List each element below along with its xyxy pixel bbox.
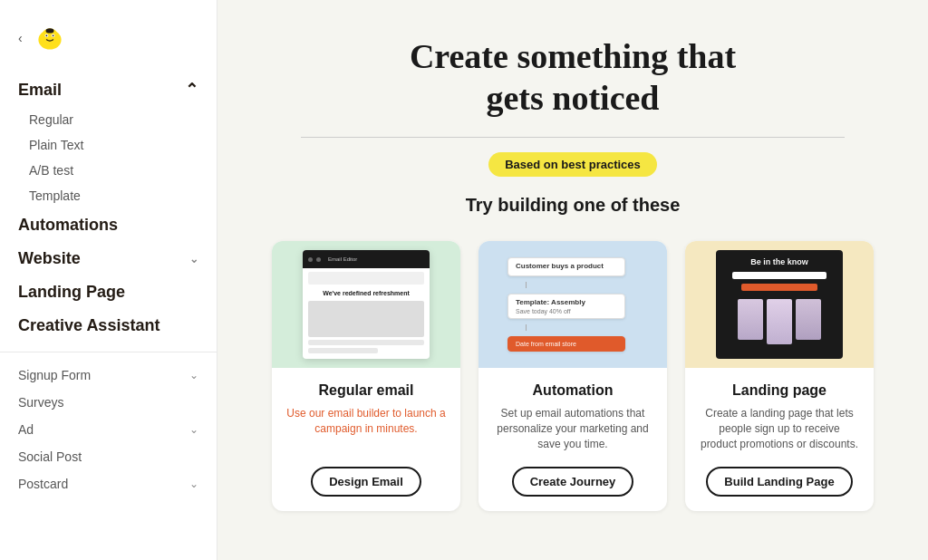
sidebar-item-creative-assistant[interactable]: Creative Assistant [0, 309, 217, 343]
auto-arrow-1 [526, 282, 527, 288]
auto-card-1-title: Customer buys a product [516, 262, 617, 270]
mockup-content: We've redefined refreshment [303, 288, 430, 359]
sidebar-item-postcard[interactable]: Postcard ⌄ [0, 470, 217, 497]
sidebar-item-template[interactable]: Template [0, 183, 217, 208]
sidebar-item-signup-form[interactable]: Signup Form ⌄ [0, 362, 217, 389]
sidebar-item-automations[interactable]: Automations [0, 208, 217, 242]
sidebar-item-ab-test[interactable]: A/B test [0, 158, 217, 183]
email-mockup: Email Editor We've redefined refreshment [303, 250, 430, 359]
signup-chevron-icon: ⌄ [189, 369, 198, 381]
sidebar-item-ad[interactable]: Ad ⌄ [0, 416, 217, 443]
mockup-tab: Email Editor [328, 256, 424, 262]
svg-rect-8 [45, 28, 53, 33]
logo-container: ‹ [0, 14, 217, 72]
regular-email-image: Email Editor We've redefined refreshment [272, 241, 460, 368]
automation-body: Automation Set up email automations that… [478, 368, 667, 510]
regular-email-description: Use our email builder to launch a campai… [286, 406, 446, 437]
design-email-button[interactable]: Design Email [311, 467, 421, 497]
mockup-text-1 [308, 340, 424, 345]
main-content: Create something thatgets noticed Based … [218, 0, 928, 560]
landing-page-image: Be in the know [685, 241, 874, 368]
regular-email-body: Regular email Use our email builder to l… [272, 368, 460, 510]
landing-page-title: Landing page [732, 382, 826, 399]
sidebar-item-social-post[interactable]: Social Post [0, 443, 217, 470]
sidebar-item-plain-text[interactable]: Plain Text [0, 132, 217, 158]
subtitle: Try building one of these [272, 195, 874, 216]
automation-card: Customer buys a product Template: Assemb… [478, 241, 667, 510]
create-journey-button[interactable]: Create Journey [512, 467, 634, 497]
cards-container: Email Editor We've redefined refreshment… [272, 241, 874, 510]
auto-card-2-body: Save today 40% off [516, 308, 617, 314]
svg-point-4 [45, 34, 47, 36]
landing-product-3 [796, 299, 821, 340]
sidebar-item-website[interactable]: Website ⌄ [0, 242, 217, 275]
back-button[interactable]: ‹ [18, 31, 23, 45]
svg-point-5 [52, 34, 53, 36]
sidebar-item-regular[interactable]: Regular [0, 107, 217, 132]
sidebar-item-surveys[interactable]: Surveys [0, 389, 217, 416]
landing-product-1 [738, 299, 763, 340]
mockup-header: Email Editor [303, 250, 430, 268]
landing-input-mock [732, 272, 826, 279]
automation-description: Set up email automations that personaliz… [493, 406, 652, 451]
landing-mockup-title: Be in the know [723, 257, 836, 266]
automation-image: Customer buys a product Template: Assemb… [478, 241, 667, 368]
auto-card-1: Customer buys a product [508, 257, 625, 276]
email-chevron-icon: ⌃ [185, 80, 198, 100]
auto-card-2-title: Template: Assembly [516, 298, 617, 306]
mockup-text-2 [308, 348, 378, 353]
content-divider [301, 137, 845, 138]
badge-container: Based on best practices [272, 152, 874, 177]
mockup-image-placeholder [308, 301, 424, 337]
best-practices-badge: Based on best practices [488, 152, 657, 177]
landing-page-card: Be in the know Landing page Create a lan… [685, 241, 874, 510]
landing-btn-mock [741, 284, 817, 291]
mockup-dot-2 [316, 257, 321, 262]
build-landing-page-button[interactable]: Build Landing Page [706, 467, 852, 497]
website-chevron-icon: ⌄ [189, 253, 198, 266]
auto-card-2: Template: Assembly Save today 40% off [508, 294, 625, 319]
mockup-headline: We've redefined refreshment [308, 288, 424, 298]
regular-email-title: Regular email [319, 382, 414, 399]
mailchimp-logo [34, 22, 66, 54]
landing-product-2 [767, 299, 792, 344]
sidebar-email-label: Email [18, 81, 62, 100]
landing-page-description: Create a landing page that lets people s… [700, 406, 859, 451]
mockup-dot-1 [308, 257, 313, 262]
sidebar: ‹ Email ⌃ Regular Plain Text A/B test Te… [0, 0, 218, 560]
auto-card-3: Date from email store [508, 336, 625, 352]
automation-title: Automation [533, 382, 614, 399]
page-title: Create something thatgets noticed [272, 36, 874, 119]
svg-point-6 [39, 34, 44, 41]
ad-chevron-icon: ⌄ [189, 423, 198, 436]
auto-card-3-body: Date from email store [516, 341, 617, 347]
landing-page-body: Landing page Create a landing page that … [685, 368, 874, 510]
landing-mockup: Be in the know [716, 250, 843, 359]
regular-email-card: Email Editor We've redefined refreshment… [272, 241, 460, 510]
sidebar-email-section[interactable]: Email ⌃ [0, 72, 217, 107]
postcard-chevron-icon: ⌄ [189, 478, 198, 490]
svg-point-7 [55, 34, 60, 41]
sidebar-email-subitems: Regular Plain Text A/B test Template [0, 107, 217, 208]
automation-mockup: Customer buys a product Template: Assemb… [500, 250, 645, 359]
mockup-title-bar [308, 272, 424, 285]
sidebar-divider [0, 352, 217, 352]
auto-arrow-2 [526, 324, 527, 331]
landing-products [723, 299, 836, 344]
sidebar-item-landing-page[interactable]: Landing Page [0, 275, 217, 309]
